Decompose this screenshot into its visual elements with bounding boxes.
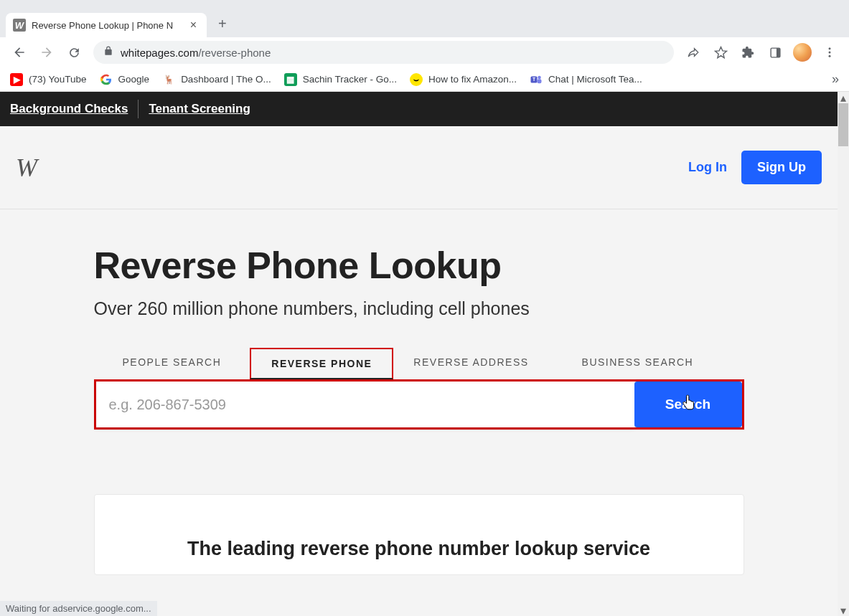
page-subtitle: Over 260 million phone numbers, includin… <box>94 298 744 319</box>
browser-tab-active[interactable]: W Reverse Phone Lookup | Phone N × <box>6 13 207 37</box>
site-topnav: Background Checks Tenant Screening <box>0 92 838 126</box>
lock-icon <box>103 46 113 59</box>
svg-rect-12 <box>538 79 542 83</box>
svg-rect-5 <box>776 48 779 57</box>
tab-reverse-address[interactable]: REVERSE ADDRESS <box>393 348 548 379</box>
bookmark-label: Sachin Tracker - Go... <box>303 74 397 85</box>
reload-button[interactable] <box>62 40 86 65</box>
svg-point-6 <box>829 47 831 49</box>
status-bar: Waiting for adservice.google.com... <box>0 601 157 616</box>
tab-reverse-phone[interactable]: REVERSE PHONE <box>250 348 393 379</box>
tab-close-icon[interactable]: × <box>187 19 200 32</box>
nav-background-checks[interactable]: Background Checks <box>10 102 128 116</box>
new-tab-button[interactable]: + <box>218 16 227 31</box>
bookmark-label: How to fix Amazon... <box>428 74 517 85</box>
tab-business-search[interactable]: BUSINESS SEARCH <box>549 348 714 379</box>
address-bar[interactable]: whitepages.com/reverse-phone <box>93 41 674 64</box>
sheets-icon: ▦ <box>284 73 297 86</box>
svg-point-11 <box>538 75 541 79</box>
cursor-pointer-icon <box>681 395 695 416</box>
card-title: The leading reverse phone number lookup … <box>123 538 715 560</box>
scrollbar-thumb[interactable] <box>838 103 848 146</box>
teams-icon: T <box>530 73 543 86</box>
extensions-icon[interactable] <box>736 40 760 65</box>
bookmark-label: (73) YouTube <box>29 74 87 85</box>
divider <box>138 100 139 118</box>
bookmarks-overflow-icon[interactable]: » <box>832 72 839 87</box>
login-link[interactable]: Log In <box>688 160 727 175</box>
browser-toolbar: whitepages.com/reverse-phone <box>0 37 849 67</box>
bookmark-label: Chat | Microsoft Tea... <box>548 74 642 85</box>
search-row: Search <box>94 379 744 430</box>
smile-icon: ⌣ <box>410 73 423 86</box>
url-text: whitepages.com/reverse-phone <box>121 47 271 59</box>
svg-point-7 <box>829 52 831 54</box>
bookmark-dashboard[interactable]: 🦌 Dashboard | The O... <box>162 73 271 86</box>
youtube-icon: ▶ <box>10 73 23 86</box>
scroll-down-icon[interactable]: ▾ <box>838 605 849 616</box>
share-icon[interactable] <box>681 40 705 65</box>
favicon-whitepages: W <box>13 19 26 32</box>
whitepages-logo[interactable]: W <box>16 153 37 183</box>
search-button[interactable]: Search <box>634 382 742 427</box>
bookmarks-bar: ▶ (73) YouTube Google 🦌 Dashboard | The … <box>0 67 849 92</box>
info-card: The leading reverse phone number lookup … <box>94 494 744 575</box>
google-icon <box>100 73 113 86</box>
tab-people-search[interactable]: PEOPLE SEARCH <box>94 348 250 379</box>
search-tabs: PEOPLE SEARCH REVERSE PHONE REVERSE ADDR… <box>94 348 744 379</box>
svg-point-8 <box>829 55 831 57</box>
bookmark-youtube[interactable]: ▶ (73) YouTube <box>10 73 87 86</box>
back-button[interactable] <box>7 40 32 65</box>
profile-avatar[interactable] <box>790 40 815 65</box>
bookmark-label: Dashboard | The O... <box>181 74 271 85</box>
scrollbar[interactable]: ▴ ▾ <box>838 92 849 616</box>
sidepanel-icon[interactable] <box>763 40 787 65</box>
generic-icon: 🦌 <box>162 73 175 86</box>
scroll-up-icon[interactable]: ▴ <box>838 92 849 103</box>
tab-strip: W Reverse Phone Lookup | Phone N × + <box>0 9 849 37</box>
bookmark-label: Google <box>118 74 150 85</box>
forward-button[interactable] <box>34 40 59 65</box>
web-page: Background Checks Tenant Screening W Log… <box>0 92 838 616</box>
bookmark-sheets[interactable]: ▦ Sachin Tracker - Go... <box>284 73 397 86</box>
nav-tenant-screening[interactable]: Tenant Screening <box>149 102 250 116</box>
kebab-menu-icon[interactable] <box>817 40 842 65</box>
window-titlebar <box>0 0 849 9</box>
star-icon[interactable] <box>708 40 733 65</box>
tab-title: Reverse Phone Lookup | Phone N <box>32 20 182 31</box>
signup-button[interactable]: Sign Up <box>741 151 822 184</box>
bookmark-amazon[interactable]: ⌣ How to fix Amazon... <box>410 73 517 86</box>
bookmark-google[interactable]: Google <box>100 73 150 86</box>
main-content: Reverse Phone Lookup Over 260 million ph… <box>0 209 838 575</box>
page-viewport: Background Checks Tenant Screening W Log… <box>0 92 849 616</box>
phone-search-input[interactable] <box>96 382 634 427</box>
page-title: Reverse Phone Lookup <box>94 244 744 287</box>
site-header: W Log In Sign Up <box>0 126 838 209</box>
bookmark-teams[interactable]: T Chat | Microsoft Tea... <box>530 73 642 86</box>
